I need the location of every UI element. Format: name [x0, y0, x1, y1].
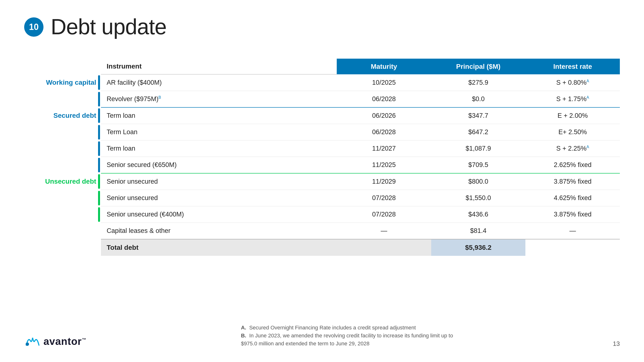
- slide-number: 10: [29, 22, 39, 32]
- blue-section-bar: [98, 141, 100, 156]
- instrument-cell: Term loan: [101, 107, 337, 124]
- table-header-row: Instrument Maturity Principal ($M) Inter…: [24, 59, 620, 74]
- interest-value: —: [569, 227, 576, 234]
- principal-col-label: Principal ($M): [456, 63, 500, 70]
- interest-value: S + 1.75%: [556, 95, 586, 103]
- interest-value: S + 0.80%: [556, 79, 586, 86]
- green-section-bar: [98, 207, 100, 222]
- principal-cell: $275.9: [431, 74, 526, 91]
- instrument-cell: Revolver ($975M)B: [101, 91, 337, 108]
- interest-value: 4.625% fixed: [554, 194, 592, 202]
- interest-superscript: A: [586, 79, 589, 83]
- interest-cell: S + 1.75%A: [526, 91, 620, 108]
- maturity-cell: —: [337, 223, 431, 239]
- table-row: Revolver ($975M)B06/2028$0.0S + 1.75%A: [24, 91, 620, 108]
- section-label-cell: [24, 124, 98, 140]
- section-label-cell: [24, 140, 98, 157]
- maturity-cell: 06/2026: [337, 107, 431, 124]
- table-row: Senior unsecured07/2028$1,550.04.625% fi…: [24, 190, 620, 206]
- interest-cell: 3.875% fixed: [526, 173, 620, 190]
- principal-cell: $709.5: [431, 157, 526, 174]
- principal-cell: $436.6: [431, 206, 526, 223]
- section-bar-cell: [98, 107, 101, 124]
- section-bar-cell: [98, 173, 101, 190]
- maturity-cell: 06/2028: [337, 91, 431, 108]
- logo-area: avantor™: [24, 336, 86, 348]
- section-label-cell: [24, 190, 98, 206]
- slide-number-badge: 10: [24, 17, 44, 37]
- section-label-cell: [24, 223, 98, 239]
- logo-brand-name: avantor: [44, 336, 82, 347]
- table-row: Term Loan06/2028$647.2E+ 2.50%: [24, 124, 620, 140]
- maturity-cell: 11/2027: [337, 140, 431, 157]
- section-bar-cell: [98, 124, 101, 140]
- total-principal-value: $5,936.2: [465, 244, 492, 251]
- footnote-b-text: In June 2023, we amended the revolving c…: [241, 333, 453, 347]
- principal-cell: $800.0: [431, 173, 526, 190]
- interest-cell: S + 0.80%A: [526, 74, 620, 91]
- section-label-cell: [24, 157, 98, 174]
- interest-cell: S + 2.25%A: [526, 140, 620, 157]
- slide-header: 10 Debt update: [24, 14, 620, 39]
- interest-superscript: A: [586, 145, 589, 149]
- maturity-cell: 07/2028: [337, 190, 431, 206]
- table-row: Working capitalAR facility ($400M)10/202…: [24, 74, 620, 91]
- instrument-cell: Capital leases & other: [101, 223, 337, 239]
- bar-spacer-header: [98, 59, 101, 74]
- instrument-cell: AR facility ($400M): [101, 74, 337, 91]
- instrument-name: Term loan: [107, 112, 136, 119]
- table-row: Senior secured (€650M)11/2025$709.52.625…: [24, 157, 620, 174]
- table-row: Secured debtTerm loan06/2026$347.7E + 2.…: [24, 107, 620, 124]
- footer: avantor™ A. Secured Overnight Financing …: [24, 324, 620, 348]
- instrument-name: Term loan: [107, 145, 136, 152]
- section-bar-cell: [98, 91, 101, 108]
- interest-cell: E + 2.00%: [526, 107, 620, 124]
- section-bar-cell: [98, 206, 101, 223]
- section-bar-cell: [98, 157, 101, 174]
- footnotes-area: A. Secured Overnight Financing Rate incl…: [241, 324, 458, 348]
- footnote-b-label: B.: [241, 333, 248, 339]
- section-label-cell: [24, 91, 98, 108]
- instrument-cell: Senior secured (€650M): [101, 157, 337, 174]
- instrument-name: Revolver ($975M): [107, 95, 159, 103]
- section-label-cell: [24, 206, 98, 223]
- footnote-a: A. Secured Overnight Financing Rate incl…: [241, 324, 458, 332]
- blue-section-bar: [98, 158, 100, 172]
- interest-value: E + 2.00%: [558, 112, 588, 119]
- total-interest-empty: [526, 239, 620, 256]
- blue-section-bar: [98, 75, 100, 90]
- label-spacer-header: [24, 59, 98, 74]
- instrument-cell: Senior unsecured: [101, 173, 337, 190]
- section-label-cell: Unsecured debt: [24, 173, 98, 190]
- principal-cell: $1,087.9: [431, 140, 526, 157]
- principal-cell: $1,550.0: [431, 190, 526, 206]
- section-label-text: Secured debt: [54, 111, 96, 120]
- interest-cell: 2.625% fixed: [526, 157, 620, 174]
- maturity-cell: 11/2025: [337, 157, 431, 174]
- total-label-spacer: [24, 239, 98, 256]
- blue-section-bar: [98, 108, 100, 123]
- maturity-cell: 07/2028: [337, 206, 431, 223]
- section-label-cell: Secured debt: [24, 107, 98, 124]
- total-label-cell: Total debt: [101, 239, 337, 256]
- section-bar-cell: [98, 223, 101, 239]
- principal-cell: $81.4: [431, 223, 526, 239]
- instrument-name: Senior secured (€650M): [107, 161, 177, 168]
- total-row: Total debt $5,936.2: [24, 239, 620, 256]
- blue-section-bar: [98, 125, 100, 139]
- footnote-b: B. In June 2023, we amended the revolvin…: [241, 332, 458, 348]
- total-principal-cell: $5,936.2: [431, 239, 526, 256]
- instrument-name: AR facility ($400M): [107, 79, 162, 86]
- principal-cell: $647.2: [431, 124, 526, 140]
- maturity-cell: 11/2029: [337, 173, 431, 190]
- interest-superscript: A: [586, 95, 589, 99]
- instrument-superscript: B: [158, 95, 161, 99]
- principal-cell: $347.7: [431, 107, 526, 124]
- section-label-cell: Working capital: [24, 74, 98, 91]
- table-row: Senior unsecured (€400M)07/2028$436.63.8…: [24, 206, 620, 223]
- instrument-cell: Term loan: [101, 140, 337, 157]
- footnote-a-label: A.: [241, 325, 248, 331]
- instrument-name: Senior unsecured: [107, 178, 158, 185]
- interest-value: E+ 2.50%: [558, 128, 587, 136]
- instrument-name: Term Loan: [107, 128, 138, 136]
